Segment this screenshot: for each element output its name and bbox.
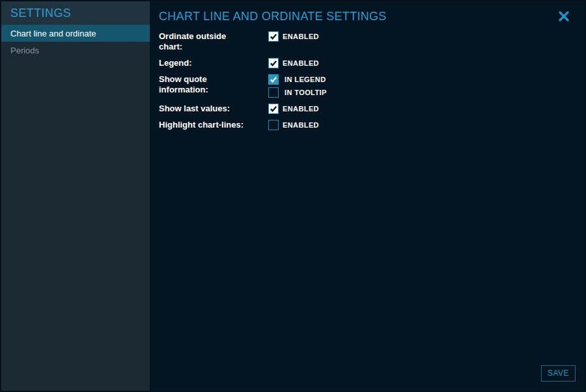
- panel-title: CHART LINE AND ORDINATE SETTINGS: [159, 8, 387, 24]
- checkbox-option-enabled[interactable]: ENABLED: [268, 31, 319, 42]
- sidebar-item-periods[interactable]: Periods: [1, 42, 150, 59]
- setting-options: ENABLED: [268, 58, 319, 68]
- main-panel: CHART LINE AND ORDINATE SETTINGS Ordinat…: [150, 1, 585, 391]
- checkbox[interactable]: [268, 104, 279, 114]
- settings-dialog: SETTINGS Chart line and ordinate Periods…: [0, 0, 586, 392]
- setting-options: ENABLED: [268, 31, 319, 42]
- option-label: ENABLED: [283, 33, 319, 40]
- check-icon: [270, 33, 277, 40]
- settings-row-legend: Legend: ENABLED: [159, 58, 576, 68]
- checkbox[interactable]: [268, 87, 279, 98]
- settings-row-highlight-chart-lines: Highlight chart-lines: ENABLED: [159, 120, 576, 130]
- setting-options: ENABLED: [268, 104, 319, 114]
- settings-row-ordinate-outside-chart: Ordinate outside chart: ENABLED: [159, 31, 576, 52]
- setting-label: Show last values:: [159, 104, 268, 114]
- checkbox[interactable]: [268, 120, 279, 130]
- setting-label: Ordinate outside chart:: [159, 31, 268, 52]
- settings-row-show-quote-information: Show quote information: IN LEGEND IN TOO…: [159, 74, 576, 98]
- checkbox-option-enabled[interactable]: ENABLED: [268, 104, 319, 114]
- check-icon: [270, 59, 277, 67]
- save-button[interactable]: SAVE: [541, 365, 576, 382]
- setting-options: ENABLED: [268, 120, 319, 130]
- sidebar-item-chart-line-and-ordinate[interactable]: Chart line and ordinate: [1, 25, 150, 42]
- sidebar-title: SETTINGS: [1, 1, 150, 25]
- setting-label: Legend:: [159, 58, 268, 68]
- check-icon: [270, 105, 277, 113]
- option-label: IN LEGEND: [285, 76, 326, 83]
- checkbox[interactable]: [268, 74, 279, 85]
- checkbox[interactable]: [268, 58, 279, 68]
- close-icon: [558, 10, 570, 22]
- setting-label: Show quote information:: [159, 74, 268, 95]
- option-label: ENABLED: [283, 105, 319, 113]
- panel-header: CHART LINE AND ORDINATE SETTINGS: [159, 1, 576, 24]
- setting-options: IN LEGEND IN TOOLTIP: [268, 74, 327, 98]
- option-label: ENABLED: [283, 121, 319, 129]
- setting-label: Highlight chart-lines:: [159, 120, 268, 130]
- checkbox-option-in-legend[interactable]: IN LEGEND: [268, 74, 327, 85]
- checkbox-option-enabled[interactable]: ENABLED: [268, 120, 319, 130]
- settings-row-show-last-values: Show last values: ENABLED: [159, 104, 576, 114]
- settings-form: Ordinate outside chart: ENABLED Legend:: [159, 31, 576, 130]
- sidebar-nav: Chart line and ordinate Periods: [1, 25, 150, 59]
- checkbox[interactable]: [268, 31, 279, 42]
- checkbox-option-in-tooltip[interactable]: IN TOOLTIP: [268, 87, 327, 98]
- option-label: ENABLED: [283, 59, 319, 67]
- check-icon: [270, 76, 277, 83]
- checkbox-option-enabled[interactable]: ENABLED: [268, 58, 319, 68]
- close-button[interactable]: [556, 8, 572, 24]
- sidebar: SETTINGS Chart line and ordinate Periods: [1, 1, 150, 391]
- option-label: IN TOOLTIP: [285, 89, 327, 96]
